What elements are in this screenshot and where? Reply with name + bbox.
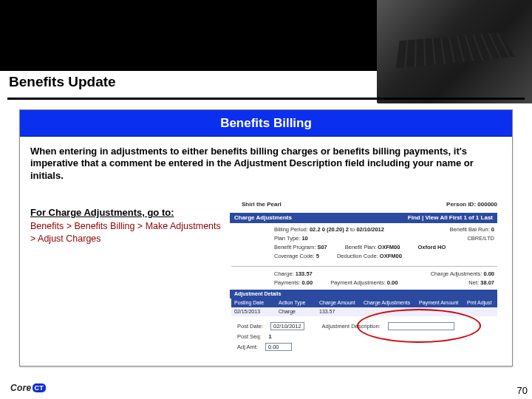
- benefit-bal-label: Benefit Bal Run:: [450, 226, 490, 233]
- post-date-label: Post Date:: [237, 323, 263, 330]
- person-id-value: 000000: [477, 201, 497, 208]
- charge-adj-value: 0.00: [483, 270, 494, 277]
- person-id-label: Person ID:: [446, 201, 476, 208]
- cbre-label: CBRE/LTD: [467, 235, 494, 242]
- table-header: Posting Date Action Type Charge Amount C…: [231, 299, 497, 307]
- charge-adj-label: Charge Adjustments:: [431, 270, 482, 277]
- table-row: 02/15/2013 Charge 133.57: [231, 307, 497, 316]
- section-heading-bar: Benefits Billing: [20, 110, 512, 137]
- employee-name: Shirl the Pearl: [242, 201, 282, 208]
- billing-period-value2: 02/10/2012: [356, 226, 384, 233]
- net-label: Net:: [468, 279, 479, 286]
- benefit-program-label: Benefit Program:: [274, 244, 316, 250]
- footer-logo: CoreCT: [10, 383, 46, 393]
- benefit-plan-label: Benefit Plan:: [345, 244, 377, 250]
- logo-core: Core: [10, 383, 32, 393]
- benefit-program-value: S07: [317, 244, 327, 250]
- th-charge-amount: Charge Amount: [316, 300, 361, 305]
- deduction-code-label: Deduction Code:: [337, 253, 378, 259]
- td-charge-amount: 133.57: [316, 309, 361, 314]
- benefit-plan-value: OXFM00: [378, 244, 400, 250]
- divider: [231, 266, 497, 267]
- td-posting-date: 02/15/2013: [231, 309, 276, 314]
- bar2-title: Adjustment Details: [234, 291, 281, 296]
- plan-type-label: Plan Type:: [274, 235, 300, 242]
- coverage-code-value: 5: [316, 253, 319, 259]
- page-title: Benefits Update: [9, 74, 116, 90]
- section-heading: Benefits Billing: [220, 116, 312, 131]
- title-underline: [7, 98, 525, 100]
- td-action-type: Charge: [276, 309, 316, 314]
- post-seq-value: 1: [269, 333, 272, 340]
- embedded-screenshot: Shirl the Pearl Person ID: 000000 Charge…: [228, 186, 502, 350]
- intro-paragraph: When entering in adjustments to either b…: [20, 137, 512, 186]
- charge-adjustments-bar: Charge Adjustments Find | View All First…: [230, 213, 497, 223]
- page-number: 70: [517, 385, 528, 396]
- logo-ct: CT: [33, 383, 47, 392]
- charge-value: 133.57: [296, 270, 313, 277]
- deduction-code-value: OXFM00: [380, 253, 402, 259]
- payments-label: Payments:: [274, 279, 300, 286]
- payments-value: 0.00: [302, 279, 313, 286]
- billing-period-sep: to: [350, 226, 355, 233]
- subheading: For Charge Adjustments, go to:: [30, 207, 224, 218]
- adj-amt-label: Adj Amt:: [237, 344, 258, 350]
- payment-adj-value: 0.00: [387, 279, 398, 286]
- adj-desc-input[interactable]: [388, 322, 454, 330]
- adj-desc-label: Adjustment Description:: [322, 323, 381, 330]
- th-action-type: Action Type: [276, 300, 316, 305]
- charge-label: Charge:: [274, 270, 294, 277]
- post-date-input[interactable]: 02/10/2012: [270, 322, 304, 330]
- plan2-value: Oxford HO: [417, 244, 446, 250]
- bar-title: Charge Adjustments: [234, 214, 292, 221]
- bar-paging: Find | View All First 1 of 1 Last: [408, 214, 493, 221]
- billing-period-value: 02.2 0 (20.20) 2: [310, 226, 349, 233]
- th-charge-adjustments: Charge Adjustments: [361, 300, 416, 305]
- th-posting-date: Posting Date: [231, 300, 276, 305]
- post-seq-label: Post Seq:: [237, 333, 262, 340]
- th-pmt-adjust: Pmt Adjust: [464, 300, 497, 305]
- plan-type-value: 10: [301, 235, 307, 242]
- bottom-fields: Post Date: 02/10/2012 Adjustment Descrip…: [237, 322, 497, 354]
- adj-amt-input[interactable]: 0.00: [265, 343, 292, 351]
- adjustment-details-bar: Adjustment Details: [230, 290, 497, 299]
- billing-period-label: Billing Period:: [274, 226, 308, 233]
- navigation-path: Benefits > Benefits Billing > Make Adjus…: [30, 220, 224, 245]
- net-value: 38.07: [480, 279, 494, 286]
- benefit-bal-value: 0: [491, 226, 494, 233]
- header-photo-keyboard: [377, 0, 532, 103]
- coverage-code-label: Coverage Code:: [274, 253, 315, 259]
- content-frame: Benefits Billing When entering in adjust…: [19, 109, 513, 366]
- payment-adj-label: Payment Adjustments:: [330, 279, 386, 286]
- th-payment-amount: Payment Amount: [416, 300, 464, 305]
